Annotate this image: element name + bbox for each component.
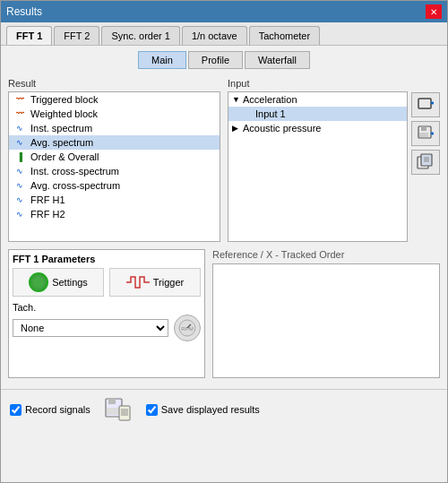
trigger-button[interactable]: Trigger [109,268,201,297]
tab-fft1[interactable]: FFT 1 [6,26,52,45]
list-item[interactable]: 〰 Weighted block [9,107,220,121]
record-signals-label: Record signals [25,404,90,415]
content-area: Result 〰 Triggered block 〰 Weighted bloc… [1,73,447,384]
copy-config-icon [417,153,435,171]
list-item-label: Order & Overall [30,151,99,162]
list-item[interactable]: ∿ Inst. spectrum [9,121,220,135]
save-file-icon [105,397,132,422]
input-tree[interactable]: ▼ Acceleration Input 1 ▶ Acoustic pressu… [228,91,408,242]
list-item-label: Triggered block [30,94,98,105]
tree-item-label: Input 1 [255,108,286,119]
bottom-section: FFT 1 Parameters Settings Trigger Tach. [8,249,440,378]
window-title: Results [6,5,42,18]
chevron-down-icon: ▼ [232,95,241,104]
tachometer-icon: RPM [174,315,201,341]
tab-tachometer[interactable]: Tachometer [249,26,320,45]
frf-h1-icon: ∿ [13,194,27,205]
save-icon-container [105,397,132,422]
input-panel: Input ▼ Acceleration Input 1 ▶ Acousti [228,78,408,242]
footer-bar: Record signals Save displayed results [1,389,447,429]
record-signals-row: Record signals [10,404,90,416]
svg-rect-17 [108,399,116,404]
list-item[interactable]: ∿ Inst. cross-spectrum [9,164,220,178]
tree-item-input1[interactable]: Input 1 [228,107,407,121]
sine-icon: ∿ [13,123,27,134]
settings-gear-icon [29,272,48,292]
wave-icon: 〰 [13,94,27,105]
svg-text:RPM: RPM [181,326,193,332]
list-item-label: Avg. cross-spectrum [30,180,120,191]
close-button[interactable]: ✕ [426,4,442,19]
reference-title: Reference / X - Tracked Order [212,249,440,260]
tab-1n-octave[interactable]: 1/n octave [182,26,247,45]
tach-section: Tach. None Tach 1 Tach 2 RPM [13,302,201,341]
avg-cross-icon: ∿ [13,180,27,191]
tree-item-label: Acoustic pressure [243,123,321,134]
list-item-avg-spectrum[interactable]: ∿ Avg. spectrum [9,135,220,150]
add-channel-button[interactable] [411,92,440,117]
list-item[interactable]: ∿ FRF H2 [9,207,220,221]
svg-rect-0 [418,99,431,108]
record-signals-checkbox[interactable] [10,404,22,416]
cross-sine-icon: ∿ [13,166,27,177]
sine2-icon: ∿ [13,137,27,148]
list-item[interactable]: 〰 Triggered block [9,92,220,107]
subtab-profile[interactable]: Profile [188,51,243,69]
tree-item-label: Acceleration [243,94,297,105]
reference-panel: Reference / X - Tracked Order [212,249,440,378]
copy-config-button[interactable] [411,150,440,175]
params-buttons: Settings Trigger [13,268,201,297]
list-item-label: FRF H2 [30,209,65,220]
wave2-icon: 〰 [13,108,27,119]
tach-row: None Tach 1 Tach 2 RPM [13,315,201,341]
list-item[interactable]: ∿ FRF H1 [9,193,220,207]
list-item[interactable]: ∿ Avg. cross-spectrum [9,178,220,193]
title-bar: Results ✕ [1,1,447,22]
tree-item-acceleration[interactable]: ▼ Acceleration [228,92,407,107]
add-channel-icon [417,96,435,114]
settings-label: Settings [52,277,88,288]
list-item-label: FRF H1 [30,194,65,205]
tach-select[interactable]: None Tach 1 Tach 2 [13,319,168,337]
list-item-label: Inst. spectrum [30,123,92,134]
bar-icon: ▐ [13,151,27,162]
list-item-label: Avg. spectrum [30,137,93,148]
tab-sync-order[interactable]: Sync. order 1 [101,26,179,45]
result-panel: Result 〰 Triggered block 〰 Weighted bloc… [8,78,220,242]
list-item[interactable]: ▐ Order & Overall [9,150,220,164]
save-channel-button[interactable] [411,121,440,146]
save-channel-icon [417,125,435,142]
trigger-wave-icon [126,274,150,290]
top-section: Result 〰 Triggered block 〰 Weighted bloc… [8,78,440,242]
main-window: Results ✕ FFT 1 FFT 2 Sync. order 1 1/n … [0,0,448,483]
reference-box [212,263,440,378]
tree-item-acoustic[interactable]: ▶ Acoustic pressure [228,121,407,135]
list-item-label: Weighted block [30,108,98,119]
side-buttons [411,78,440,242]
tach-label: Tach. [13,302,201,313]
subtab-waterfall[interactable]: Waterfall [245,51,310,69]
save-displayed-checkbox[interactable] [146,404,158,416]
chevron-right-icon: ▶ [232,124,241,133]
svg-rect-5 [419,133,428,137]
params-title: FFT 1 Parameters [13,254,201,264]
main-tabs: FFT 1 FFT 2 Sync. order 1 1/n octave Tac… [1,22,447,46]
svg-rect-18 [107,408,120,415]
settings-button[interactable]: Settings [13,268,104,297]
tab-fft2[interactable]: FFT 2 [54,26,99,45]
input-label: Input [228,78,408,89]
subtab-main[interactable]: Main [138,51,186,69]
params-panel: FFT 1 Parameters Settings Trigger Tach. [8,249,205,378]
list-item-label: Inst. cross-spectrum [30,166,119,177]
save-displayed-label: Save displayed results [161,404,260,415]
input-area: Input ▼ Acceleration Input 1 ▶ Acousti [228,78,440,242]
sub-tabs: Main Profile Waterfall [1,46,447,73]
result-label: Result [8,78,220,89]
result-list[interactable]: 〰 Triggered block 〰 Weighted block ∿ Ins… [8,91,220,242]
save-displayed-row: Save displayed results [146,404,260,416]
trigger-label: Trigger [153,277,184,288]
frf-h2-icon: ∿ [13,209,27,220]
svg-rect-4 [421,126,426,131]
